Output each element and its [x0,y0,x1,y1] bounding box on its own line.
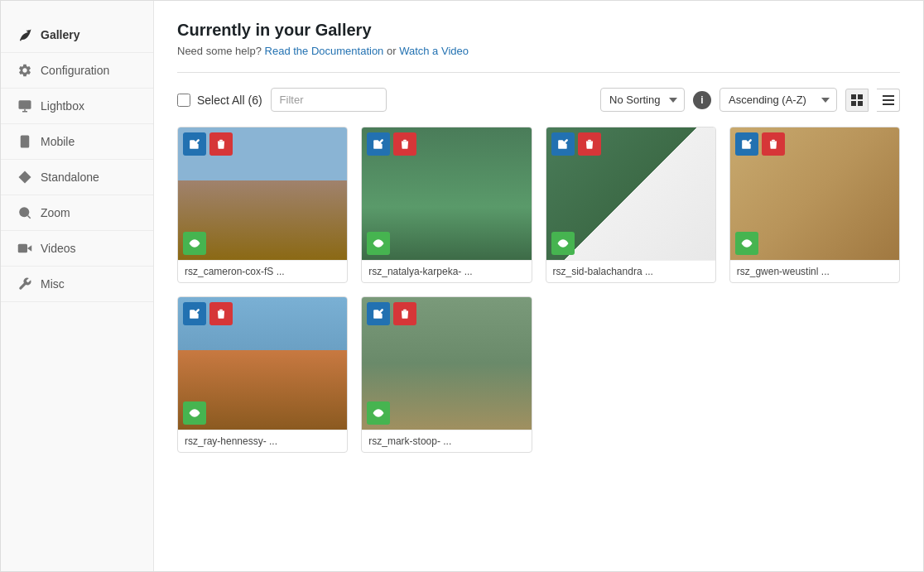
delete-button-2[interactable] [393,132,416,156]
trash-icon [768,138,779,150]
svg-point-20 [378,242,381,245]
svg-rect-18 [883,103,894,105]
select-all-checkbox[interactable] [177,94,190,107]
video-icon [17,241,32,256]
svg-rect-12 [851,94,856,99]
sidebar: Gallery Configuration Lightbox Mobile St… [1,1,154,571]
svg-rect-16 [883,95,894,97]
select-all-area: Select All (6) [177,94,262,107]
edit-button-4[interactable] [735,132,758,156]
view-button-4[interactable] [735,232,758,255]
sidebar-item-zoom[interactable]: Zoom [1,195,153,231]
svg-rect-13 [858,94,863,99]
svg-point-21 [561,242,565,245]
eye-icon [741,238,753,249]
view-button-6[interactable] [367,401,390,425]
delete-button-3[interactable] [578,132,601,156]
image-bison [178,127,347,260]
trash-icon [584,138,595,150]
svg-rect-15 [858,101,863,106]
main-content: Currently in your Gallery Need some help… [154,1,923,571]
sidebar-item-standalone[interactable]: Standalone [1,160,153,195]
image-flamingo [362,127,531,260]
edit-button-5[interactable] [183,302,206,325]
trash-icon [399,138,411,150]
page-title: Currently in your Gallery [177,21,900,40]
delete-button-5[interactable] [209,302,233,325]
sidebar-label-zoom: Zoom [41,206,70,219]
item-actions-1 [183,132,233,156]
grid-view-icon [851,94,863,106]
diamond-icon [17,170,32,185]
view-grid-button[interactable] [845,89,869,112]
gallery-item-6: rsz_mark-stoop- ... [361,296,532,453]
gallery-item-4: rsz_gwen-weustinl ... [729,127,900,283]
svg-rect-0 [19,100,31,109]
image-leopard [730,127,899,260]
video-link[interactable]: Watch a Video [399,45,469,57]
sidebar-label-misc: Misc [41,277,65,291]
info-icon[interactable]: i [693,91,711,109]
toolbar: Select All (6) No Sorting Title Date i A… [177,88,900,112]
gallery-item-2: rsz_natalya-karpeka- ... [361,127,532,283]
item-actions-5 [183,302,233,325]
help-text: Need some help? Read the Documentation o… [177,45,900,57]
order-select[interactable]: Ascending (A-Z) Descending (Z-A) [719,88,837,112]
image-fox [178,297,347,430]
sidebar-item-misc[interactable]: Misc [1,267,153,302]
svg-rect-14 [851,101,856,106]
edit-button-2[interactable] [367,132,390,156]
edit-button-6[interactable] [367,302,390,325]
wrench-icon [17,276,32,291]
sidebar-label-mobile: Mobile [41,135,75,148]
pencil-icon [557,138,569,150]
filename-3: rsz_sid-balachandra ... [546,260,715,282]
gallery-item-1: rsz_cameron-cox-fS ... [177,127,348,283]
delete-button-1[interactable] [209,132,233,156]
sidebar-item-mobile[interactable]: Mobile [1,124,153,160]
view-button-1[interactable] [183,232,206,255]
docs-link[interactable]: Read the Documentation [265,45,384,57]
sidebar-item-videos[interactable]: Videos [1,231,153,267]
sidebar-item-gallery[interactable]: Gallery [1,17,153,53]
delete-button-4[interactable] [762,132,785,156]
zoom-icon [17,205,32,220]
pencil-icon [741,138,753,150]
item-actions-3 [551,132,601,156]
view-button-5[interactable] [183,401,206,425]
eye-icon [373,407,384,419]
divider [177,72,900,73]
mobile-icon [17,134,32,149]
view-button-3[interactable] [551,232,575,255]
sidebar-item-configuration[interactable]: Configuration [1,53,153,89]
sidebar-label-gallery: Gallery [41,28,79,41]
svg-marker-5 [19,171,31,184]
edit-button-1[interactable] [183,132,206,156]
filter-input[interactable] [271,88,387,112]
sidebar-item-lightbox[interactable]: Lightbox [1,89,153,124]
filename-6: rsz_mark-stoop- ... [362,430,531,452]
view-list-button[interactable] [877,89,900,112]
eye-icon [189,238,200,249]
sidebar-label-configuration: Configuration [41,64,109,77]
filename-5: rsz_ray-hennessy- ... [178,430,347,452]
trash-icon [215,308,227,320]
filename-2: rsz_natalya-karpeka- ... [362,260,531,282]
svg-line-7 [27,215,30,218]
lightbox-icon [17,99,32,113]
svg-point-24 [378,411,381,415]
gallery-grid: rsz_cameron-cox-fS ... [177,127,900,453]
sidebar-label-videos: Videos [41,242,76,255]
sort-select[interactable]: No Sorting Title Date [600,88,685,112]
item-actions-6 [367,302,416,325]
gallery-item-3: rsz_sid-balachandra ... [546,127,716,283]
eye-icon [557,238,569,249]
view-button-2[interactable] [367,232,390,255]
edit-button-3[interactable] [551,132,575,156]
pencil-icon [189,308,200,320]
delete-button-6[interactable] [393,302,416,325]
svg-point-23 [193,411,196,415]
item-actions-4 [735,132,785,156]
select-all-label[interactable]: Select All (6) [197,94,262,107]
list-view-icon [883,94,894,106]
